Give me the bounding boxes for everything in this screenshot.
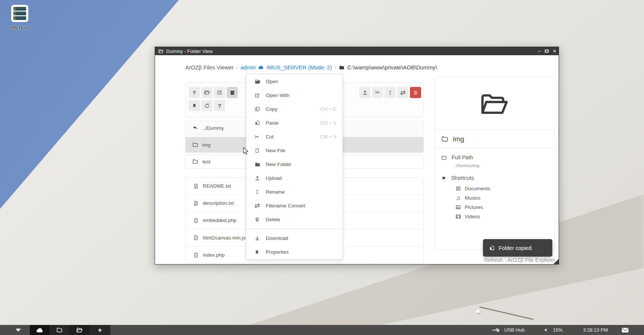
external-link-icon: [217, 90, 222, 95]
up-directory-button[interactable]: [189, 87, 200, 98]
cut-button[interactable]: ✂: [372, 87, 383, 98]
close-button[interactable]: ✕: [553, 48, 556, 54]
folder-icon: [441, 135, 448, 143]
breadcrumb-app[interactable]: ArOZβ Files Viewer: [185, 64, 234, 71]
open-in-new-button[interactable]: [214, 87, 225, 98]
new-file-icon: [255, 148, 261, 153]
upload-icon: [255, 175, 261, 181]
desktop-icon-my-host[interactable]: My Host: [5, 4, 34, 30]
shortcuts-row: ★ Shortcuts: [441, 175, 548, 181]
refresh-link[interactable]: Refresh: [484, 257, 503, 263]
cut-icon: ✂: [255, 134, 261, 140]
toast-notification: Folder copied.: [483, 239, 552, 257]
delete-button[interactable]: [410, 87, 421, 98]
wallpaper-ski-pole: [479, 306, 534, 320]
folder-open-large-icon: [477, 90, 512, 117]
folder-icon: [339, 65, 345, 71]
cloud-icon: [36, 326, 44, 334]
refresh-button[interactable]: [201, 100, 212, 111]
breadcrumb-user[interactable]: admin: [240, 64, 256, 71]
speaker-icon[interactable]: [544, 327, 549, 333]
star-icon: ★: [441, 175, 446, 181]
menu-divider: [246, 229, 342, 229]
menu-item-download[interactable]: Download: [246, 231, 342, 245]
file-name: html2canvas.min.js: [203, 235, 246, 241]
menu-item-delete[interactable]: Delete: [246, 213, 342, 226]
volume-level[interactable]: 15%: [553, 327, 562, 333]
rename-ibeam-icon: [388, 90, 393, 96]
menu-item-label: Delete: [266, 217, 337, 222]
menu-item-shortcut: Ctrl + V: [320, 120, 337, 126]
breadcrumb-path: C:\wamp\www\private\AOB\Dummy\: [347, 64, 437, 71]
taskbar-tile-cloud[interactable]: [30, 325, 50, 335]
shortcut-label: Musics: [465, 195, 480, 201]
taskbar-tile-folder[interactable]: [50, 325, 69, 335]
maximize-button[interactable]: [545, 50, 549, 53]
clock[interactable]: 3:28:13 PM: [583, 327, 608, 333]
trash-icon: [413, 90, 418, 96]
menu-item-shortcut: Ctrl + X: [320, 134, 337, 140]
menu-item-shortcut: Ctrl + C: [320, 106, 337, 112]
breadcrumb-separator: /: [236, 64, 238, 71]
mouse-cursor: [242, 147, 250, 156]
taskbar-tile-add[interactable]: +: [89, 325, 110, 335]
window-folder-open-icon: [158, 48, 164, 54]
breadcrumb-host[interactable]: IMUS_SERVER (Mode: 2): [266, 64, 332, 71]
shortcut-label: Videos: [465, 214, 480, 219]
shortcut-musics[interactable]: ♫ Musics: [455, 193, 548, 203]
brand-link[interactable]: ArOZβ File Explorer: [508, 257, 555, 263]
text-file-icon: [193, 200, 199, 206]
filename-convert-button[interactable]: ⇄: [397, 87, 408, 98]
usb-icon[interactable]: [492, 327, 501, 333]
menu-item-open-with[interactable]: Open With: [246, 88, 342, 102]
usb-hub-label[interactable]: USB Hub: [504, 327, 524, 333]
resize-grip[interactable]: [553, 259, 559, 264]
breadcrumb-server-link[interactable]: admin IMUS_SERVER (Mode: 2): [240, 64, 332, 71]
shortcut-documents[interactable]: Documents: [455, 184, 548, 193]
file-name: description.txt: [203, 200, 234, 206]
menu-item-new-file[interactable]: New File: [246, 144, 342, 157]
upload-icon: [362, 90, 368, 96]
shortcuts-label: Shortcuts: [451, 175, 474, 181]
menu-item-label: Paste: [266, 120, 320, 126]
menu-item-new-folder[interactable]: New Folder: [246, 157, 342, 171]
open-button[interactable]: [201, 87, 212, 98]
menu-item-upload[interactable]: Upload: [246, 171, 342, 185]
details-panel: img Full Path ./Dummy/img ★ Shortcuts: [434, 76, 555, 250]
exchange-icon: ⇄: [255, 202, 261, 210]
mail-icon[interactable]: [621, 327, 629, 333]
taskbar-expand-arrow-icon[interactable]: [16, 329, 21, 332]
question-icon: ?: [218, 103, 221, 109]
help-button[interactable]: ?: [214, 100, 225, 111]
cloud-icon: [258, 64, 264, 71]
taskbar-tile-folder-open[interactable]: [69, 325, 89, 335]
selected-item-name: img: [453, 135, 464, 143]
cut-icon: ✂: [375, 89, 380, 96]
refresh-icon: [204, 103, 210, 109]
shortcut-pictures[interactable]: Pictures: [455, 203, 548, 212]
context-menu: Open Open With Copy Ctrl + C Paste Ctrl …: [246, 74, 343, 260]
menu-item-label: Open With: [266, 93, 337, 98]
menu-item-paste[interactable]: Paste Ctrl + V: [246, 116, 342, 130]
menu-item-filename-convert[interactable]: ⇄ Filename Convert: [246, 199, 342, 213]
upload-button[interactable]: [359, 87, 370, 98]
rename-button[interactable]: [385, 87, 396, 98]
menu-item-rename[interactable]: Rename: [246, 185, 342, 199]
shortcut-videos[interactable]: Videos: [455, 212, 548, 221]
preview-area: [435, 77, 555, 130]
menu-item-cut[interactable]: ✂ Cut Ctrl + X: [246, 130, 342, 144]
server-icon: [5, 4, 34, 23]
folder-name: img: [202, 142, 211, 148]
window-titlebar[interactable]: Dummy - Folder View – ✕: [155, 47, 559, 55]
archive-button[interactable]: [227, 87, 238, 98]
paste-icon: [255, 120, 261, 126]
folder-icon: [56, 327, 63, 333]
menu-item-label: New File: [266, 148, 337, 153]
folder-open-icon: [255, 79, 261, 85]
menu-item-label: Properties: [266, 249, 337, 255]
menu-item-copy[interactable]: Copy Ctrl + C: [246, 102, 342, 116]
properties-button[interactable]: [189, 100, 200, 111]
menu-item-open[interactable]: Open: [246, 75, 342, 88]
minimize-button[interactable]: –: [538, 49, 541, 53]
menu-item-properties[interactable]: Properties: [246, 245, 342, 259]
